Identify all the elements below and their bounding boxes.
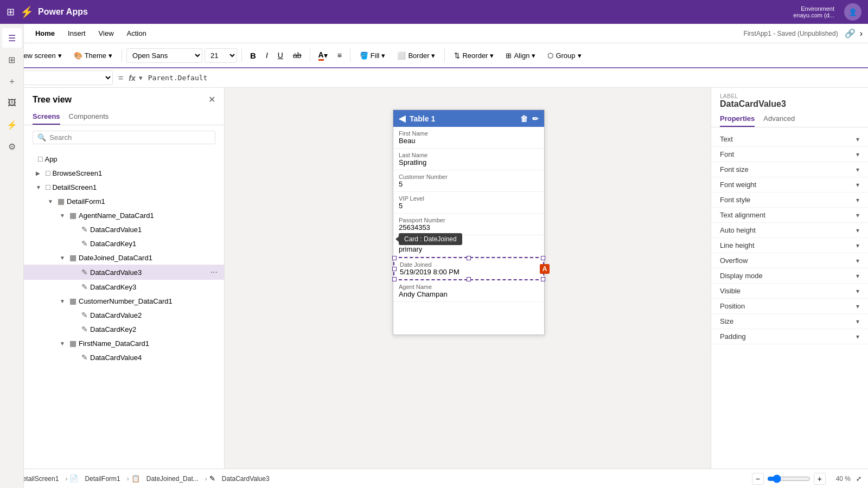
- rp-prop-text-alignment[interactable]: Text alignment ▾: [711, 208, 868, 223]
- tree-item-datacardvalue2[interactable]: ✎ DataCardValue2: [24, 308, 224, 322]
- tree-item-detail-screen[interactable]: ▼ □ DetailScreen1: [24, 180, 224, 194]
- align-right-chevron-icon: ▾: [532, 52, 535, 60]
- bold-button[interactable]: B: [246, 48, 260, 63]
- zoom-plus-button[interactable]: +: [814, 473, 826, 485]
- table-row-firstname[interactable]: First Name Beau: [393, 127, 544, 149]
- tree-item-datejoined-datacard[interactable]: ▼ ▦ DateJoined_DataCard1: [24, 251, 224, 265]
- rp-prop-font-style[interactable]: Font style ▾: [711, 192, 868, 208]
- sidebar-icon-treeview[interactable]: ☰: [2, 28, 22, 48]
- breadcrumb-detailform[interactable]: DetailForm1: [80, 473, 124, 484]
- menu-view[interactable]: View: [93, 27, 119, 40]
- formula-input[interactable]: [146, 72, 864, 84]
- tree-item-agentname-datacard[interactable]: ▼ ▦ AgentName_DataCard1: [24, 208, 224, 222]
- rp-prop-position[interactable]: Position ▾: [711, 299, 868, 314]
- handle-tl[interactable]: [392, 256, 397, 260]
- handle-tm[interactable]: [467, 256, 471, 260]
- theme-button[interactable]: 🎨 Theme ▾: [69, 49, 117, 62]
- tree-item-datacardkey3[interactable]: ✎ DataCardKey3: [24, 280, 224, 294]
- rp-prop-auto-height[interactable]: Auto height ▾: [711, 223, 868, 238]
- breadcrumb-datacardvalue3[interactable]: DataCardValue3: [218, 473, 274, 484]
- underline-button[interactable]: U: [274, 48, 287, 62]
- user-icon[interactable]: 👤: [844, 3, 861, 21]
- tab-components[interactable]: Components: [69, 109, 109, 125]
- rp-tab-advanced[interactable]: Advanced: [763, 111, 795, 127]
- align-button[interactable]: ≡: [334, 48, 346, 62]
- table-row-card[interactable]: Card primary Card : DateJoined: [393, 235, 544, 257]
- breadcrumb-datejoined[interactable]: DateJoined_Dat...: [142, 473, 203, 484]
- tree-item-datacardvalue3[interactable]: ✎ DataCardValue3 ···: [24, 265, 224, 280]
- search-input[interactable]: [49, 133, 210, 142]
- tree-item-app[interactable]: □ App: [24, 152, 224, 166]
- table-edit-button[interactable]: ✏: [532, 114, 539, 123]
- rp-prop-text[interactable]: Text ▾: [711, 132, 868, 147]
- handle-ml[interactable]: [392, 267, 397, 271]
- tree-item-datacardkey2[interactable]: ✎ DataCardKey2: [24, 322, 224, 336]
- rp-prop-font[interactable]: Font ▾: [711, 147, 868, 162]
- formula-expand-icon[interactable]: ▾: [139, 74, 143, 82]
- table-delete-button[interactable]: 🗑: [520, 114, 528, 123]
- tab-screens[interactable]: Screens: [33, 109, 60, 125]
- handle-bm[interactable]: [467, 277, 471, 281]
- sidebar-icon-media[interactable]: 🖼: [2, 93, 22, 113]
- table-back-button[interactable]: ◀: [399, 113, 405, 124]
- sidebar-icon-connectors[interactable]: ⚡: [2, 115, 22, 134]
- sidebar-icon-settings[interactable]: ⚙: [2, 137, 22, 156]
- sidebar-header: Tree view ✕: [24, 88, 224, 109]
- rp-prop-label-position: Position: [720, 302, 745, 310]
- menu-action[interactable]: Action: [122, 27, 152, 40]
- font-size-select[interactable]: 21: [205, 48, 237, 63]
- table-row-datejoined[interactable]: Date Joined 5/19/2019 8:00 PM A: [393, 257, 544, 280]
- tree-item-customernumber-datacard[interactable]: ▼ ▦ CustomerNumber_DataCard1: [24, 294, 224, 308]
- strikethrough-button[interactable]: ab: [289, 48, 305, 62]
- zoom-slider[interactable]: [767, 474, 810, 483]
- border-button[interactable]: ⬜ Border ▾: [392, 49, 440, 62]
- tree-item-browse-screen[interactable]: ▶ □ BrowseScreen1: [24, 166, 224, 180]
- tree-item-datacardvalue1[interactable]: ✎ DataCardValue1: [24, 222, 224, 236]
- tree-item-firstname-datacard[interactable]: ▼ ▦ FirstName_DataCard1: [24, 336, 224, 350]
- handle-tr[interactable]: [541, 256, 545, 260]
- expand-button[interactable]: ⤢: [854, 474, 864, 484]
- tree-item-datacardkey1[interactable]: ✎ DataCardKey1: [24, 236, 224, 251]
- table-row-passportnumber[interactable]: Passport Number 25634353: [393, 214, 544, 235]
- sidebar-icon-rail: ☰ ⊞ ＋ 🖼 ⚡ ⚙: [0, 24, 24, 488]
- rp-prop-size[interactable]: Size ▾: [711, 314, 868, 329]
- rp-prop-padding[interactable]: Padding ▾: [711, 329, 868, 344]
- table-row-viplevel[interactable]: VIP Level 5: [393, 192, 544, 214]
- table-card[interactable]: ◀ Table 1 🗑 ✏ First Name Beau Last Name …: [393, 110, 545, 335]
- menu-insert[interactable]: Insert: [62, 27, 91, 40]
- sidebar-icon-data[interactable]: ⊞: [2, 50, 22, 69]
- sidebar-close-button[interactable]: ✕: [208, 94, 215, 105]
- rp-prop-font-weight[interactable]: Font weight ▾: [711, 177, 868, 192]
- rp-tab-properties[interactable]: Properties: [720, 111, 755, 127]
- sidebar: Tree view ✕ Screens Components 🔍 □ App ▶…: [24, 88, 225, 468]
- rp-prop-display-mode[interactable]: Display mode ▾: [711, 268, 868, 284]
- table-row-customernumber[interactable]: Customer Number 5: [393, 170, 544, 192]
- more-options-icon[interactable]: ›: [860, 29, 863, 38]
- canvas-area[interactable]: ◀ Table 1 🗑 ✏ First Name Beau Last Name …: [225, 88, 711, 468]
- breadcrumb-sep-2: ›: [127, 475, 129, 483]
- font-select[interactable]: Open Sans: [126, 48, 202, 63]
- align-right-button[interactable]: ⊞ Align ▾: [501, 49, 540, 62]
- reorder-button[interactable]: ⇅ Reorder ▾: [449, 49, 499, 62]
- tree-item-detail-form[interactable]: ▼ ▦ DetailForm1: [24, 194, 224, 208]
- fill-button[interactable]: 🪣 Fill ▾: [355, 49, 391, 62]
- tree-more-button-dcv3[interactable]: ···: [208, 266, 220, 278]
- table-row-agentname[interactable]: Agent Name Andy Champan: [393, 280, 544, 302]
- tree-item-datacardvalue4[interactable]: ✎ DataCardValue4: [24, 350, 224, 364]
- handle-br[interactable]: [541, 277, 545, 281]
- rp-prop-visible[interactable]: Visible ▾: [711, 284, 868, 299]
- rp-prop-overflow[interactable]: Overflow ▾: [711, 253, 868, 268]
- text-color-button[interactable]: A ▾: [315, 48, 331, 63]
- handle-bl[interactable]: [392, 277, 397, 281]
- table-row-lastname[interactable]: Last Name Spratling: [393, 149, 544, 170]
- zoom-minus-button[interactable]: −: [752, 473, 764, 485]
- menu-home[interactable]: Home: [30, 27, 60, 40]
- group-button[interactable]: ⬡ Group ▾: [542, 49, 586, 62]
- sidebar-icon-add[interactable]: ＋: [2, 72, 22, 91]
- italic-button[interactable]: I: [262, 48, 272, 62]
- share-icon[interactable]: 🔗: [845, 28, 856, 38]
- rp-prop-line-height[interactable]: Line height ▾: [711, 238, 868, 253]
- waffle-icon[interactable]: ⊞: [7, 6, 15, 18]
- rp-prop-font-size[interactable]: Font size ▾: [711, 162, 868, 177]
- datacardkey2-icon: ✎: [81, 325, 88, 333]
